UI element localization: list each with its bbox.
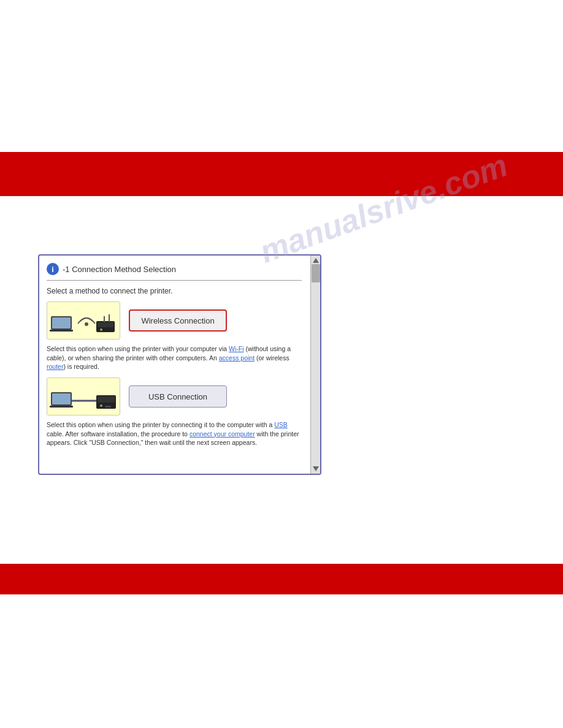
svg-rect-8: [109, 314, 110, 322]
select-method-label: Select a method to connect the printer.: [47, 287, 302, 295]
red-banner-top: [0, 152, 563, 196]
usb-connection-option: USB Connection: [47, 377, 302, 415]
svg-point-15: [100, 404, 102, 407]
svg-rect-7: [104, 316, 105, 322]
usb-connection-button[interactable]: USB Connection: [129, 385, 227, 408]
wireless-option-image: [47, 301, 120, 339]
wireless-illustration-svg: [50, 304, 117, 338]
svg-rect-5: [98, 322, 113, 327]
svg-point-3: [85, 322, 88, 326]
dialog-scrollbar[interactable]: [310, 256, 320, 474]
usb-illustration-svg: [50, 380, 117, 414]
usb-description: Select this option when using the printe…: [47, 420, 302, 447]
svg-rect-2: [50, 330, 73, 332]
wireless-connection-button[interactable]: Wireless Connection: [129, 309, 227, 332]
title-divider: [47, 280, 302, 281]
svg-rect-14: [98, 396, 115, 403]
svg-rect-1: [52, 317, 71, 328]
scrollbar-arrow-down[interactable]: [313, 466, 319, 471]
svg-rect-16: [105, 406, 111, 408]
svg-point-6: [100, 328, 102, 331]
dialog-inner-content: i -1 Connection Method Selection Select …: [39, 256, 310, 474]
info-icon: i: [47, 263, 59, 275]
svg-rect-11: [50, 406, 73, 408]
connection-method-dialog: i -1 Connection Method Selection Select …: [38, 254, 321, 475]
scrollbar-thumb[interactable]: [312, 264, 320, 282]
usb-option-image: [47, 377, 120, 415]
svg-rect-10: [52, 393, 71, 404]
wireless-description: Select this option when using the printe…: [47, 344, 302, 371]
wireless-connection-option: Wireless Connection: [47, 301, 302, 339]
dialog-title-bar: i -1 Connection Method Selection: [47, 263, 302, 275]
dialog-title: -1 Connection Method Selection: [63, 265, 176, 274]
red-banner-bottom: [0, 564, 563, 594]
scrollbar-arrow-up[interactable]: [313, 258, 319, 263]
